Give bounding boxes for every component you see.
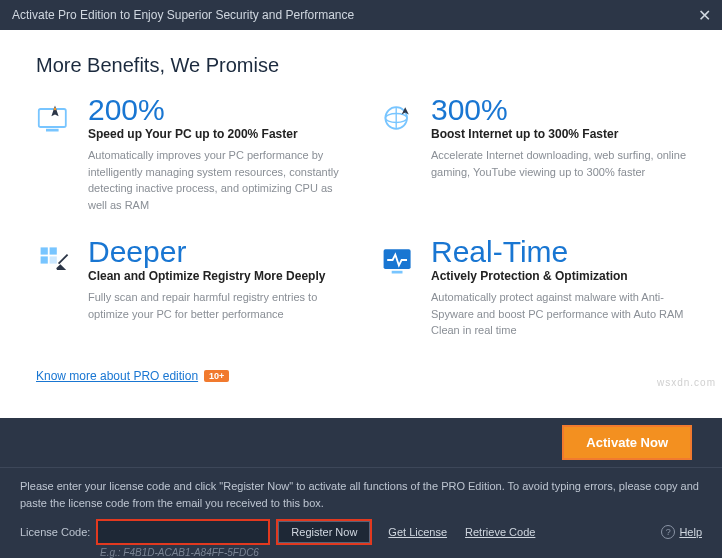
window-title: Activate Pro Edition to Enjoy Superior S… [12,8,354,22]
svg-rect-1 [46,129,59,132]
license-row: License Code: Register Now Get License R… [20,521,702,543]
help-icon: ? [661,525,675,539]
instruction-text: Please enter your license code and click… [20,478,702,511]
benefits-grid: 200% Speed up Your PC up to 200% Faster … [36,99,686,339]
license-code-input[interactable] [98,521,268,543]
benefit-realtime: Real-Time Actively Protection & Optimiza… [379,241,686,339]
feature-count-badge: 10+ [204,370,229,382]
help-area[interactable]: ? Help [661,525,702,539]
license-example: E.g.: F4B1D-ACAB1-A84FF-5FDC6 [20,547,702,558]
description: Accelerate Internet downloading, web sur… [431,147,686,180]
help-link[interactable]: Help [679,526,702,538]
retrieve-code-link[interactable]: Retrieve Code [465,526,535,538]
activate-now-button[interactable]: Activate Now [562,425,692,460]
benefit-internet: 300% Boost Internet up to 300% Faster Ac… [379,99,686,213]
close-icon[interactable]: ✕ [694,6,714,25]
metric: Deeper [88,235,343,269]
svg-rect-7 [41,256,48,263]
svg-rect-0 [39,109,66,127]
activate-row: Activate Now [0,418,722,468]
subtitle: Boost Internet up to 300% Faster [431,127,686,141]
page-title: More Benefits, We Promise [36,54,686,77]
title-bar: Activate Pro Edition to Enjoy Superior S… [0,0,722,30]
metric: 200% [88,93,343,127]
pulse-monitor-icon [379,241,417,279]
know-more-row: Know more about PRO edition 10+ [36,369,686,383]
description: Fully scan and repair harmful registry e… [88,289,343,322]
benefit-speed: 200% Speed up Your PC up to 200% Faster … [36,99,343,213]
license-label: License Code: [20,526,90,538]
svg-rect-5 [41,247,48,254]
description: Automatically protect against malware wi… [431,289,686,339]
content-area: More Benefits, We Promise 200% Speed up … [0,30,722,418]
globe-rocket-icon [379,99,417,137]
registry-broom-icon [36,241,74,279]
get-license-link[interactable]: Get License [388,526,447,538]
license-section: Please enter your license code and click… [0,468,722,558]
know-more-link[interactable]: Know more about PRO edition [36,369,198,383]
subtitle: Clean and Optimize Registry More Deeply [88,269,343,283]
dark-panel: Activate Now Please enter your license c… [0,418,722,558]
svg-rect-10 [392,271,403,274]
description: Automatically improves your PC performan… [88,147,343,213]
metric: Real-Time [431,235,686,269]
rocket-monitor-icon [36,99,74,137]
metric: 300% [431,93,686,127]
subtitle: Actively Protection & Optimization [431,269,686,283]
subtitle: Speed up Your PC up to 200% Faster [88,127,343,141]
svg-point-2 [54,108,57,111]
svg-rect-6 [50,247,57,254]
benefit-registry: Deeper Clean and Optimize Registry More … [36,241,343,339]
register-now-button[interactable]: Register Now [278,521,370,543]
svg-rect-8 [50,256,57,263]
